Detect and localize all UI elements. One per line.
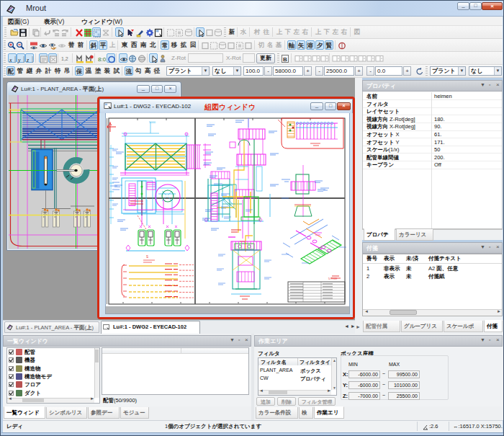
- svg-text:5000: 5000: [149, 120, 156, 124]
- svg-text:8:0: 8:0: [98, 56, 106, 63]
- svg-text:5.7939: 5.7939: [328, 277, 338, 280]
- svg-text:x: x: [9, 57, 12, 63]
- svg-text:B: B: [283, 56, 287, 63]
- svg-text:1,2: 1,2: [61, 56, 68, 61]
- svg-text:z: z: [26, 57, 30, 63]
- svg-text:S: S: [146, 255, 148, 259]
- svg-text:y: y: [17, 57, 21, 63]
